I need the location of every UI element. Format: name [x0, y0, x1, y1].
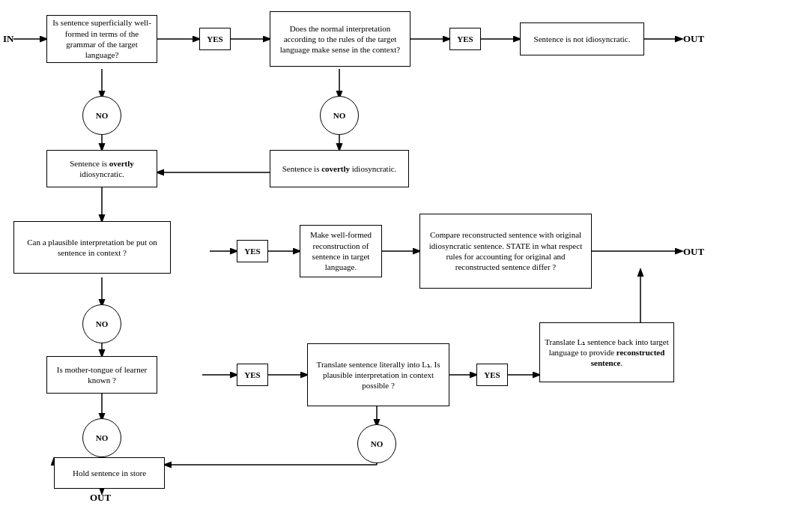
box-translate-back: Translate L₁ sentence back into target l… [539, 322, 674, 382]
yes-diamond-2: YES [449, 28, 481, 50]
yes-diamond-5: YES [476, 364, 508, 386]
out-label-1: OUT [683, 33, 704, 45]
box-wellformed-reconstruction: Make well-formed reconstruction of sente… [300, 225, 382, 277]
box-overtly-idiosyncratic: Sentence is overtly idiosyncratic. [46, 150, 157, 187]
in-label: IN [3, 33, 13, 45]
out-label-2: OUT [683, 246, 704, 258]
box-superficially-wellformed: Is sentence superficially well-formed in… [46, 15, 157, 63]
box-compare-reconstructed: Compare reconstructed sentence with orig… [419, 214, 592, 289]
box-normal-interpretation: Does the normal interpretation according… [270, 11, 410, 67]
box-translate-literally: Translate sentence literally into L₁. Is… [307, 343, 449, 406]
box-covertly-idiosyncratic: Sentence is covertly idiosyncratic. [270, 150, 409, 187]
no-circle-2: NO [320, 96, 359, 135]
box-mother-tongue: Is mother-tongue of learner known ? [46, 356, 157, 394]
no-circle-3: NO [82, 304, 121, 343]
no-circle-4: NO [82, 418, 121, 457]
yes-diamond-1: YES [199, 28, 231, 50]
no-circle-5: NO [357, 424, 396, 463]
box-plausible-interpretation: Can a plausible interpretation be put on… [13, 221, 171, 274]
box-hold-sentence: Hold sentence in store [54, 457, 165, 489]
yes-diamond-3: YES [237, 240, 268, 262]
box-not-idiosyncratic: Sentence is not idiosyncratic. [520, 22, 644, 55]
yes-diamond-4: YES [237, 364, 268, 386]
out-label-3: OUT [90, 492, 111, 504]
no-circle-1: NO [82, 96, 121, 135]
flowchart-diagram: IN Is sentence superficially well-formed… [0, 0, 812, 506]
